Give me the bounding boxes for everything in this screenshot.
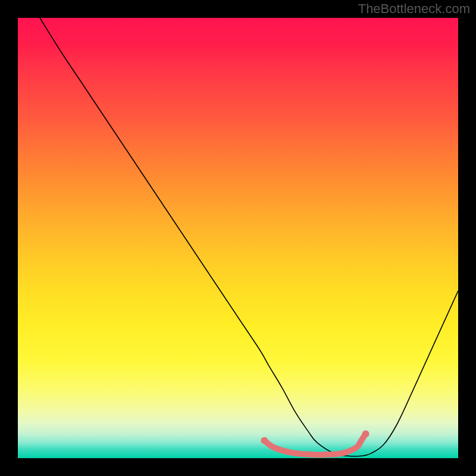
svg-point-0 [261,437,268,444]
chart-container: TheBottleneck.com [0,0,476,476]
svg-point-1 [362,430,369,437]
curve-overlay [18,18,458,458]
optimal-zone-marker [261,430,369,455]
bottleneck-curve-line [40,18,458,456]
plot-area [18,18,458,458]
watermark-text: TheBottleneck.com [358,1,470,17]
